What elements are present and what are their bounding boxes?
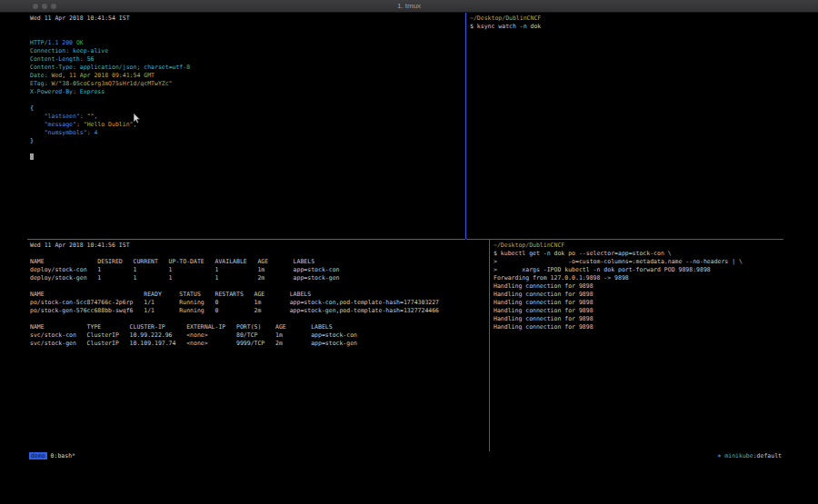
window-indicator[interactable]: 0:bash*: [51, 452, 75, 460]
session-name[interactable]: demo: [29, 452, 47, 460]
handling-line: Handling connection for 9898: [494, 282, 743, 291]
kubectl-command-line-1: $ kubectl get -n dok po --selector=app=s…: [494, 250, 743, 258]
mouse-pointer-icon: [133, 113, 141, 124]
http-header-x-powered-by: X-Powered-By: Express: [30, 88, 190, 96]
tmux-status-bar: demo 0:bash* ⎈ minikube:default: [27, 451, 783, 460]
http-header-content-type: Content-Type: application/json; charset=…: [30, 64, 190, 72]
handling-line: Handling connection for 9898: [494, 315, 743, 323]
http-header-etag: ETag: W/"38-05coCsrg3mQ75sHr1d/qcMTwYZc": [30, 80, 190, 88]
zoom-button[interactable]: [51, 4, 56, 9]
pane-divider-horizontal-left[interactable]: [27, 239, 465, 240]
deployments-table: NAME DESIRED CURRENT UP-TO-DATE AVAILABL…: [30, 258, 439, 282]
kubectl-command-line-2: > -o=custom-columns=:metadata.name --no-…: [494, 258, 743, 266]
ksync-command-line: $ ksync watch -n dok: [470, 23, 541, 31]
window-title: 1. tmux: [0, 0, 818, 13]
kube-namespace: default: [757, 452, 782, 460]
kube-context-status: ⎈ minikube:default: [718, 451, 782, 460]
pane-kubectl-tables[interactable]: Wed 11 Apr 2018 10:41:56 IST NAME DESIRE…: [30, 242, 439, 348]
status-left: demo 0:bash*: [29, 451, 75, 460]
traffic-lights: [33, 4, 56, 9]
json-close-brace: }: [30, 137, 190, 145]
pane-divider-vertical-bottom[interactable]: [489, 240, 490, 451]
forwarding-line: Forwarding from 127.0.0.1:9898 -> 9898: [494, 274, 743, 282]
handling-line: Handling connection for 9898: [494, 291, 743, 299]
pods-table: NAME READY STATUS RESTARTS AGE LABELS po…: [30, 291, 439, 315]
timestamp-bottom-left: Wed 11 Apr 2018 10:41:56 IST: [30, 242, 439, 250]
json-entry-message: "message": "Hello Dublin",: [30, 121, 190, 129]
handling-line: Handling connection for 9898: [494, 323, 743, 331]
close-button[interactable]: [33, 4, 38, 9]
pane-port-forward[interactable]: ~/Desktop/DublinCNCF $ kubectl get -n do…: [494, 242, 743, 331]
services-table: NAME TYPE CLUSTER-IP EXTERNAL-IP PORT(S)…: [30, 323, 439, 348]
cwd-path-bottom-right: ~/Desktop/DublinCNCF: [494, 242, 743, 250]
prompt-line: [30, 153, 190, 162]
pane-divider-horizontal-right[interactable]: [466, 239, 783, 240]
http-header-connection: Connection: keep-alive: [30, 47, 190, 55]
pane-ksync[interactable]: ~/Desktop/DublinCNCF $ ksync watch -n do…: [470, 15, 541, 31]
pane-divider-vertical-top[interactable]: [465, 13, 466, 239]
json-open-brace: {: [30, 104, 190, 113]
handling-line: Handling connection for 9898: [494, 307, 743, 315]
handling-line: Handling connection for 9898: [494, 299, 743, 307]
cwd-path-top-right: ~/Desktop/DublinCNCF: [470, 15, 541, 23]
http-header-date: Date: Wed, 11 Apr 2018 09:41:54 GMT: [30, 72, 190, 80]
timestamp-top-left: Wed 11 Apr 2018 10:41:54 IST: [30, 15, 190, 23]
http-header-content-length: Content-Length: 56: [30, 55, 190, 64]
kube-cluster-name: minikube: [724, 452, 753, 460]
json-entry-numsymbols: "numsymbols": 4: [30, 129, 190, 137]
pane-http-response[interactable]: Wed 11 Apr 2018 10:41:54 IST HTTP/1.1 20…: [30, 15, 190, 162]
http-status-line: HTTP/1.1 200 OK: [30, 39, 190, 47]
terminal-cursor: [30, 153, 34, 160]
terminal-window[interactable]: Wed 11 Apr 2018 10:41:54 IST HTTP/1.1 20…: [27, 13, 783, 460]
minimize-button[interactable]: [42, 4, 47, 9]
json-entry-lastseen: "lastseen": "",: [30, 113, 190, 121]
window-titlebar[interactable]: 1. tmux: [0, 0, 818, 13]
kubectl-command-line-3: > xargs -IPOD kubectl -n dok port-forwar…: [494, 266, 743, 274]
